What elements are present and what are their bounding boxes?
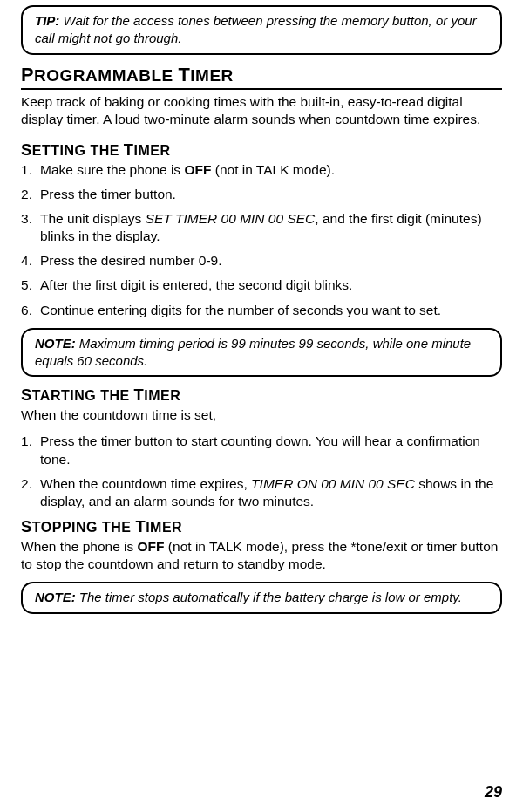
setting-timer-list: Make sure the phone is OFF (not in TALK …	[21, 161, 502, 319]
heading-starting-timer: STARTING THE TIMER	[21, 386, 502, 405]
list-item: Press the timer button.	[21, 186, 502, 203]
tip-text: Wait for the access tones between pressi…	[35, 13, 477, 45]
list-item: Continue entering digits for the number …	[21, 302, 502, 319]
heading-stopping-timer: STOPPING THE TIMER	[21, 517, 502, 536]
note-callout-battery: NOTE: The timer stops automatically if t…	[21, 582, 502, 613]
heading-programmable-timer: PROGRAMMABLE TIMER	[21, 64, 502, 90]
tip-callout: TIP: Wait for the access tones between p…	[21, 5, 502, 55]
list-item: Make sure the phone is OFF (not in TALK …	[21, 161, 502, 179]
starting-lead: When the countdown time is set,	[21, 406, 502, 424]
list-item: Press the timer button to start counting…	[21, 433, 502, 467]
note-callout-max-timing: NOTE: Maximum timing period is 99 minute…	[21, 328, 502, 378]
page-number: 29	[485, 783, 502, 802]
list-item: After the first digit is entered, the se…	[21, 276, 502, 294]
list-item: Press the desired number 0-9.	[21, 252, 502, 270]
heading-setting-timer: SETTING THE TIMER	[21, 140, 502, 160]
starting-timer-list: Press the timer button to start counting…	[21, 433, 502, 510]
note-label: NOTE:	[35, 336, 76, 351]
note-text: Maximum timing period is 99 minutes 99 s…	[35, 336, 471, 368]
list-item: The unit displays SET TIMER 00 MIN 00 SE…	[21, 210, 502, 245]
note-text: The timer stops automatically if the bat…	[76, 590, 462, 604]
intro-paragraph: Keep track of baking or cooking times wi…	[21, 93, 502, 128]
list-item: When the countdown time expires, TIMER O…	[21, 475, 502, 510]
tip-label: TIP:	[35, 13, 59, 28]
stopping-text: When the phone is OFF (not in TALK mode)…	[21, 538, 502, 573]
note-label: NOTE:	[35, 590, 76, 604]
